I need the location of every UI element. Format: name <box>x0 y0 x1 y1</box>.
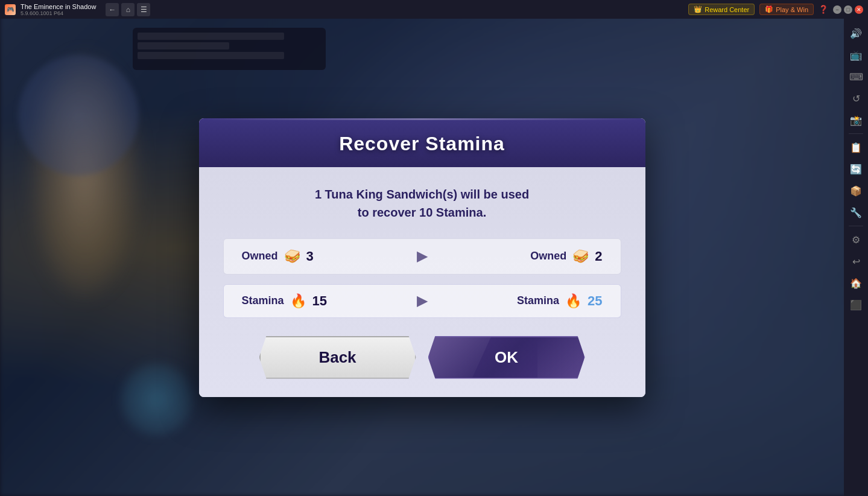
ok-button[interactable]: OK <box>428 336 585 379</box>
stamina-arrow-icon: ▶ <box>417 293 427 309</box>
minimize-button[interactable]: − <box>833 5 841 14</box>
stamina-after-label: Stamina <box>517 294 559 307</box>
sidebar-back-icon[interactable]: ↩ <box>846 252 866 271</box>
reward-center-label: Reward Center <box>705 6 749 13</box>
sidebar-display-icon[interactable]: 📺 <box>846 45 866 65</box>
maximize-button[interactable]: □ <box>844 5 852 14</box>
back-button[interactable]: Back <box>259 336 416 379</box>
dialog-message-line1: 1 Tuna King Sandwich(s) will be used <box>223 185 621 203</box>
owned-after-group: Owned 🥪 2 <box>530 249 602 264</box>
nav-menu-button[interactable]: ☰ <box>137 3 150 16</box>
owned-before-value: 3 <box>306 249 314 264</box>
app-version: 5.9.600.1001 P64 <box>21 10 96 16</box>
owned-stats-row: Owned 🥪 3 ▶ Owned 🥪 2 <box>223 238 621 275</box>
play-win-button[interactable]: 🎁 Play & Win <box>759 4 814 15</box>
stamina-icon-before: 🔥 <box>290 293 306 309</box>
dialog-body: 1 Tuna King Sandwich(s) will be used to … <box>199 167 645 397</box>
topbar-nav: ← ⌂ ☰ <box>106 3 150 16</box>
owned-after-label: Owned <box>530 250 566 262</box>
sidebar-divider-2 <box>849 226 863 226</box>
play-win-label: Play & Win <box>776 6 808 13</box>
topbar: 🎮 The Eminence in Shadow 5.9.600.1001 P6… <box>0 0 868 19</box>
nav-home-button[interactable]: ⌂ <box>121 3 135 16</box>
stamina-after-value: 25 <box>588 293 602 309</box>
sandwich-icon-after: 🥪 <box>572 249 589 264</box>
sidebar-volume-icon[interactable]: 🔊 <box>846 24 866 43</box>
owned-before-label: Owned <box>242 250 278 262</box>
sidebar-square-icon[interactable]: ⬛ <box>846 295 866 314</box>
owned-before-group: Owned 🥪 3 <box>242 249 314 264</box>
app-title: The Eminence in Shadow <box>21 3 96 10</box>
sidebar-screenshot-icon[interactable]: 📸 <box>846 110 866 130</box>
sidebar-settings-icon[interactable]: ⚙ <box>846 230 866 249</box>
reward-center-icon: 👑 <box>694 5 702 13</box>
sidebar-clipboard-icon[interactable]: 📋 <box>846 138 866 157</box>
sidebar-keyboard-icon[interactable]: ⌨ <box>846 67 866 86</box>
topbar-left: 🎮 The Eminence in Shadow 5.9.600.1001 P6… <box>5 3 150 16</box>
dialog-header: Recover Stamina <box>199 118 645 167</box>
sidebar-home-icon[interactable]: 🏠 <box>846 273 866 293</box>
app-info: The Eminence in Shadow 5.9.600.1001 P64 <box>21 3 96 16</box>
stamina-before-label: Stamina <box>242 294 284 307</box>
stamina-before-group: Stamina 🔥 15 <box>242 293 328 309</box>
stamina-before-value: 15 <box>312 293 327 309</box>
dialog-title: Recover Stamina <box>223 133 621 155</box>
dialog-message-line2: to recover 10 Stamina. <box>223 203 621 221</box>
reward-center-button[interactable]: 👑 Reward Center <box>688 4 755 15</box>
help-icon[interactable]: ❓ <box>819 5 828 14</box>
dialog-message: 1 Tuna King Sandwich(s) will be used to … <box>223 185 621 221</box>
close-button[interactable]: ✕ <box>855 5 863 14</box>
stamina-stats-row: Stamina 🔥 15 ▶ Stamina 🔥 25 <box>223 284 621 318</box>
stamina-after-group: Stamina 🔥 25 <box>517 293 603 309</box>
sandwich-icon-before: 🥪 <box>284 249 300 264</box>
recover-stamina-dialog: Recover Stamina 1 Tuna King Sandwich(s) … <box>199 118 645 397</box>
sidebar-sync-icon[interactable]: 🔄 <box>846 159 866 179</box>
sidebar-brush-icon[interactable]: 🔧 <box>846 203 866 222</box>
sidebar-divider-1 <box>849 133 863 134</box>
sidebar-apps-icon[interactable]: 📦 <box>846 181 866 200</box>
stamina-icon-after: 🔥 <box>565 293 581 309</box>
window-controls: − □ ✕ <box>833 5 863 14</box>
sidebar-rotate-icon[interactable]: ↺ <box>846 89 866 108</box>
nav-back-button[interactable]: ← <box>106 3 119 16</box>
app-icon: 🎮 <box>5 4 16 15</box>
game-area: Recover Stamina 1 Tuna King Sandwich(s) … <box>0 19 844 496</box>
owned-after-value: 2 <box>595 249 602 264</box>
owned-arrow-icon: ▶ <box>417 249 427 264</box>
right-sidebar: 🔊 📺 ⌨ ↺ 📸 📋 🔄 📦 🔧 ⚙ ↩ 🏠 ⬛ <box>844 19 868 496</box>
dialog-buttons: Back OK <box>223 336 621 379</box>
play-win-icon: 🎁 <box>765 5 773 13</box>
dialog-overlay: Recover Stamina 1 Tuna King Sandwich(s) … <box>0 19 844 496</box>
topbar-right: 👑 Reward Center 🎁 Play & Win ❓ − □ ✕ <box>688 4 863 15</box>
